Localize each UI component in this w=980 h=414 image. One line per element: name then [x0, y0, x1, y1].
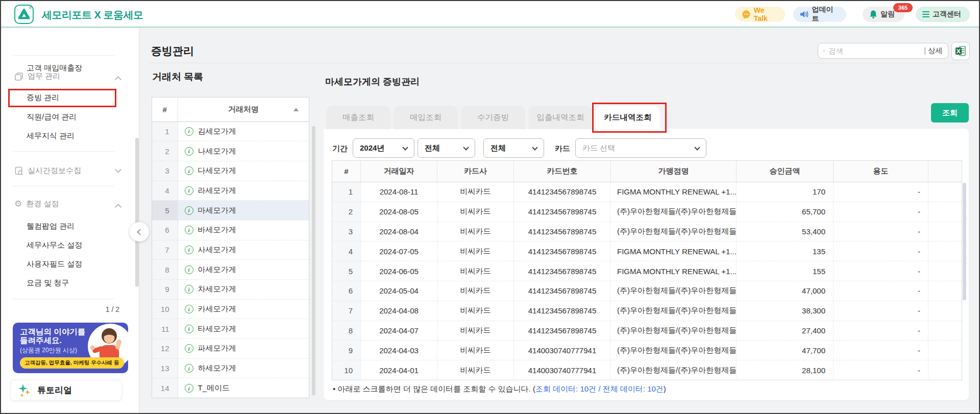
search-detail-link[interactable]: |상세: [924, 46, 943, 56]
customer-center-button[interactable]: 고객센터: [916, 7, 970, 22]
annotation-box-evidence-menu: [8, 89, 116, 107]
client-list-panel: # 거래처명 1 i 김세모가게 2 i: [152, 97, 309, 398]
info-icon[interactable]: i: [185, 147, 193, 156]
sidebar-section-work[interactable]: 업무 관리: [14, 71, 60, 81]
sidebar-item-payroll-management[interactable]: 직원/급여 관리: [27, 112, 77, 122]
sidebar-item-user-field-settings[interactable]: 사용자필드 설정: [27, 259, 82, 269]
card-rows: 1 2024-08-11 비씨카드 4141234567898745 FIGMA…: [332, 182, 962, 380]
info-icon[interactable]: i: [185, 246, 193, 254]
client-row[interactable]: 14 i T_메이드: [152, 378, 309, 398]
update-button[interactable]: 업데이트: [793, 7, 846, 22]
info-icon[interactable]: i: [185, 285, 193, 294]
client-name: 하세모가게: [198, 363, 236, 373]
info-icon[interactable]: i: [185, 344, 193, 353]
info-icon[interactable]: i: [185, 364, 193, 373]
info-icon[interactable]: i: [185, 226, 193, 234]
client-row[interactable]: 8 i 아세모가게: [152, 260, 309, 280]
client-row[interactable]: 3 i 다세모가게: [152, 161, 309, 181]
transaction-date: 2024-04-01: [361, 360, 437, 380]
approved-amount: 47,000: [737, 281, 834, 301]
client-row[interactable]: 4 i 라세모가게: [152, 181, 309, 201]
sidebar-item-evidence-management[interactable]: 증빙 관리: [27, 93, 59, 103]
gear-icon: ⚙: [14, 200, 22, 209]
row-number: 2: [332, 202, 361, 222]
client-row[interactable]: 11 i 타세모가게: [152, 319, 309, 339]
client-row[interactable]: 1 i 김세모가게: [152, 121, 309, 141]
search-input[interactable]: [828, 47, 924, 55]
chevron-up-icon[interactable]: [115, 204, 121, 210]
tab-deposit-withdrawal[interactable]: 입출내역조회: [528, 106, 593, 129]
tutorial-button[interactable]: 튜토리얼: [10, 380, 122, 401]
sidebar-collapse-button[interactable]: [130, 222, 149, 241]
transaction-date: 2024-04-07: [361, 321, 437, 340]
client-name: 타세모가게: [198, 324, 236, 334]
tab-purchase-inquiry[interactable]: 매입조회: [394, 106, 458, 129]
usage: -: [834, 301, 928, 321]
client-list-scrollbar[interactable]: [312, 126, 315, 396]
merchant-name: (주)우아한형제들/(주)우아한형제들: [611, 301, 737, 321]
tab-sales-inquiry[interactable]: 매출조회: [326, 106, 390, 129]
client-row[interactable]: 2 i 나세모가게: [152, 141, 309, 161]
approved-amount: 155: [737, 261, 834, 281]
info-icon[interactable]: i: [185, 325, 193, 333]
client-row[interactable]: 7 i 사세모가게: [152, 240, 309, 260]
usage: -: [834, 182, 928, 202]
chat-bubble-icon: [742, 10, 751, 19]
client-row[interactable]: 10 i 카세모가게: [152, 299, 309, 319]
chevron-up-icon[interactable]: [115, 76, 121, 83]
sidebar-section-realtime[interactable]: 실시간정보수집: [14, 166, 81, 176]
card-company: 비씨카드: [437, 182, 514, 202]
client-table: # 거래처명 1 i 김세모가게 2 i: [152, 98, 309, 398]
transaction-date: 2024-04-03: [361, 340, 437, 360]
banner-pagination[interactable]: 1 / 2: [106, 305, 119, 313]
sidebar-item-welcome-popup[interactable]: 웰컴팝업 관리: [27, 222, 75, 231]
sort-ascending-icon[interactable]: [293, 108, 299, 111]
transaction-date: 2024-08-05: [361, 202, 437, 222]
chevron-down-icon: [532, 144, 537, 150]
info-icon[interactable]: i: [185, 384, 193, 393]
card-table-scrollbar[interactable]: [963, 183, 966, 300]
excel-export-button[interactable]: [951, 42, 970, 60]
period-end-select[interactable]: 전체: [483, 138, 544, 158]
search-box: |상세: [818, 43, 948, 59]
divider: [12, 55, 114, 56]
sidebar-item-tax-knowledge[interactable]: 세무지식 관리: [27, 131, 75, 141]
period-start-select[interactable]: 전체: [418, 138, 475, 158]
we-talk-button[interactable]: We Talk: [735, 7, 785, 22]
tab-manual-evidence[interactable]: 수기증빙: [461, 106, 525, 129]
card-transactions-table: # 거래일자 카드사 카드번호 가맹점명 승인금액 용도 1 2024-08-1…: [332, 160, 962, 380]
info-icon[interactable]: i: [185, 127, 193, 136]
sidebar-item-billing[interactable]: 요금 및 청구: [27, 278, 69, 288]
banner-subtext: (상품권 20만원 시상): [20, 346, 77, 355]
client-row[interactable]: 12 i 파세모가게: [152, 339, 309, 359]
sidebar-section-settings[interactable]: ⚙ 환경 설정: [14, 199, 59, 209]
inquiry-button[interactable]: 조회: [931, 103, 969, 123]
sidebar-scrollbar[interactable]: [135, 138, 139, 287]
info-icon[interactable]: i: [185, 166, 193, 175]
card-select[interactable]: 카드 선택: [575, 138, 706, 158]
client-row[interactable]: 13 i 하세모가게: [152, 358, 309, 378]
chevron-down-icon[interactable]: [115, 166, 121, 173]
info-icon[interactable]: i: [185, 186, 193, 195]
app-logo[interactable]: ®: [14, 5, 34, 24]
sidebar-item-tax-office-settings[interactable]: 세무사무소 설정: [27, 240, 82, 250]
info-icon[interactable]: i: [185, 265, 193, 274]
info-icon[interactable]: i: [185, 305, 193, 313]
promo-banner[interactable]: 고객님의 이야기를 들려주세요. (상품권 20만원 시상) 고객감동, 업무효…: [13, 323, 128, 373]
tab-card-history[interactable]: 카드내역조회: [596, 106, 660, 129]
merchant-name: FIGMA MONTHLY RENEWAL +1...: [611, 261, 737, 281]
usage: -: [834, 241, 928, 261]
client-col-name[interactable]: 거래처명: [178, 98, 309, 121]
merchant-name: FIGMA MONTHLY RENEWAL +1...: [611, 241, 737, 261]
client-row[interactable]: 6 i 바세모가게: [152, 220, 309, 240]
row-number: 7: [332, 301, 361, 321]
info-icon[interactable]: i: [185, 206, 193, 215]
merchant-name: (주)우아한형제들/(주)우아한형제들: [611, 281, 737, 301]
menu-lines-icon: [922, 10, 929, 19]
divider: [12, 186, 114, 186]
client-row[interactable]: 9 i 차세모가게: [152, 280, 309, 300]
page-title: 증빙관리: [151, 44, 194, 58]
client-row[interactable]: 5 i 마세모가게: [152, 201, 309, 221]
chevron-left-icon: [137, 229, 143, 235]
year-select[interactable]: 2024년: [353, 138, 414, 158]
